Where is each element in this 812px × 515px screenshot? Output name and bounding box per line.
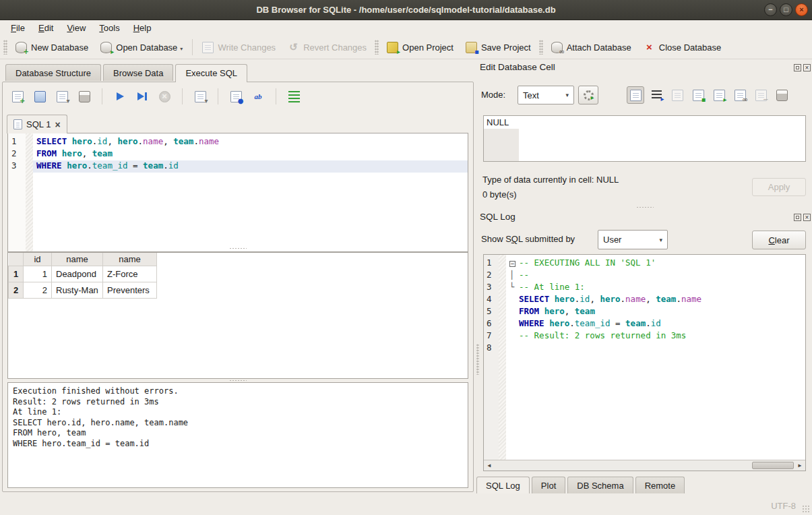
- write-changes-button[interactable]: Write Changes: [196, 39, 282, 56]
- execute-all-button[interactable]: [112, 88, 128, 104]
- scrollbar-track[interactable]: [495, 460, 794, 471]
- execute-current-line-button[interactable]: [134, 88, 150, 104]
- sql-log-line[interactable]: [506, 342, 805, 355]
- sql-log-line[interactable]: FROM hero, team: [506, 306, 805, 318]
- print-button[interactable]: [773, 86, 790, 104]
- sql-log-filter-select[interactable]: User ▾: [598, 230, 668, 249]
- sql-log-line[interactable]: −-- EXECUTING ALL IN 'SQL 1': [506, 258, 805, 270]
- tab-plot[interactable]: Plot: [532, 477, 565, 493]
- word-wrap-button[interactable]: ▸: [648, 86, 665, 104]
- corner-header[interactable]: [9, 253, 24, 266]
- open-sql-file-button[interactable]: [32, 88, 48, 104]
- text-mode-button[interactable]: [627, 86, 644, 104]
- column-header-name-1[interactable]: name: [52, 253, 103, 266]
- toolbar-drag-handle[interactable]: [539, 40, 543, 55]
- apply-button[interactable]: Apply: [752, 178, 806, 196]
- sql-editor[interactable]: 123 SELECT hero.id, hero.name, team.name…: [7, 133, 468, 252]
- close-database-button[interactable]: ×Close Database: [637, 39, 728, 56]
- new-sql-tab-button[interactable]: +: [9, 88, 26, 104]
- execution-message-panel[interactable]: Execution finished without errors.Result…: [7, 382, 468, 488]
- float-panel-icon[interactable]: [794, 64, 801, 71]
- fold-collapse-icon[interactable]: −: [509, 261, 516, 267]
- sql-log-line[interactable]: -- Result: 2 rows returned in 3ms: [506, 330, 805, 342]
- toolbar-drag-handle[interactable]: [3, 40, 7, 55]
- chevron-down-icon[interactable]: ▾: [180, 46, 183, 53]
- close-panel-icon[interactable]: [803, 214, 811, 221]
- close-icon[interactable]: ×: [795, 3, 808, 16]
- column-header-name-2[interactable]: name: [103, 253, 157, 266]
- fold-pipe-icon[interactable]: │: [509, 270, 519, 280]
- stop-execution-button[interactable]: [156, 88, 173, 104]
- cell[interactable]: 1: [24, 266, 52, 282]
- auto-switch-mode-button[interactable]: ▸: [578, 86, 598, 104]
- save-file-button[interactable]: ▪: [689, 86, 707, 104]
- scroll-right-icon[interactable]: ▶: [794, 460, 805, 471]
- clear-button[interactable]: Clear: [752, 231, 806, 249]
- cell[interactable]: Rusty-Man: [52, 282, 103, 299]
- save-project-button[interactable]: ▪Save Project: [460, 39, 537, 56]
- tab-sql-log[interactable]: SQL Log: [476, 477, 530, 493]
- cell-value-editor[interactable]: NULL: [483, 115, 806, 162]
- tab-database-structure[interactable]: Database Structure: [5, 64, 101, 81]
- tab-remote[interactable]: Remote: [635, 477, 685, 493]
- find-button[interactable]: ●: [228, 88, 244, 104]
- sql-document-tab[interactable]: SQL 1 ×: [7, 115, 67, 133]
- splitter-handle[interactable]: [229, 247, 247, 250]
- close-panel-icon[interactable]: [803, 64, 811, 71]
- menu-view[interactable]: View: [60, 22, 92, 34]
- row-header[interactable]: 1: [9, 266, 24, 282]
- toolbar-drag-handle[interactable]: [375, 40, 379, 55]
- save-sql-file-button[interactable]: ▾: [54, 88, 70, 104]
- cell[interactable]: Deadpond: [52, 266, 103, 282]
- sql-log-line[interactable]: SELECT hero.id, hero.name, team.name: [506, 294, 805, 306]
- format-sql-button[interactable]: [286, 88, 302, 104]
- open-database-button[interactable]: ▸Open Database▾: [94, 39, 189, 56]
- tab-browse-data[interactable]: Browse Data: [103, 64, 173, 81]
- main-tab-bar: Database StructureBrowse DataExecute SQL: [5, 64, 249, 82]
- window-titlebar[interactable]: DB Browser for SQLite - /home/user/code/…: [0, 0, 812, 20]
- open-project-button[interactable]: ▸Open Project: [381, 39, 460, 56]
- export-cell-button[interactable]: ▸: [710, 86, 728, 104]
- float-panel-icon[interactable]: [794, 214, 801, 221]
- column-header-id-0[interactable]: id: [24, 253, 52, 266]
- sql-editor-line[interactable]: FROM hero, team: [33, 148, 468, 160]
- scrollbar-thumb[interactable]: [752, 462, 794, 469]
- menu-file[interactable]: File: [4, 22, 32, 34]
- new-database-button[interactable]: +New Database: [9, 39, 94, 56]
- print-button[interactable]: [76, 88, 92, 104]
- link-button[interactable]: ∞: [731, 86, 749, 104]
- revert-changes-button[interactable]: ↺Revert Changes: [282, 39, 373, 56]
- attach-database-button[interactable]: ∞Attach Database: [545, 39, 637, 56]
- sql-editor-line[interactable]: WHERE hero.team_id = team.id: [33, 160, 468, 173]
- maximize-icon[interactable]: □: [780, 3, 792, 16]
- sql-log-line[interactable]: └-- At line 1:: [506, 282, 805, 294]
- mode-select[interactable]: Text ▾: [518, 86, 574, 104]
- cell[interactable]: Z-Force: [103, 266, 157, 282]
- sql-log-line[interactable]: WHERE hero.team_id = team.id: [506, 318, 805, 330]
- cell[interactable]: Preventers: [103, 282, 157, 299]
- minimize-icon[interactable]: −: [764, 3, 777, 16]
- close-sql-tab-icon[interactable]: ×: [55, 120, 60, 129]
- tab-execute-sql[interactable]: Execute SQL: [175, 64, 247, 82]
- set-null-button[interactable]: −: [752, 86, 770, 104]
- sql-log-line[interactable]: │--: [506, 270, 805, 282]
- fold-box-icon[interactable]: −: [509, 258, 519, 268]
- resize-grip[interactable]: [802, 505, 810, 513]
- splitter-handle[interactable]: [636, 206, 654, 209]
- sql-log-view[interactable]: 12345678 −-- EXECUTING ALL IN 'SQL 1'│--…: [483, 254, 806, 471]
- menu-tools[interactable]: Tools: [92, 22, 126, 34]
- splitter-handle[interactable]: [476, 344, 479, 375]
- fold-corner-icon[interactable]: └: [509, 282, 519, 292]
- menu-edit[interactable]: Edit: [32, 22, 60, 34]
- horizontal-scrollbar[interactable]: ◀ ▶: [484, 460, 805, 471]
- cell[interactable]: 2: [24, 282, 52, 299]
- sql-editor-line[interactable]: SELECT hero.id, hero.name, team.name: [33, 136, 468, 148]
- scroll-left-icon[interactable]: ◀: [484, 460, 495, 471]
- menu-help[interactable]: Help: [127, 22, 158, 34]
- encoding-indicator[interactable]: UTF-8: [771, 501, 796, 511]
- tab-db-schema[interactable]: DB Schema: [567, 477, 633, 493]
- find-replace-button[interactable]: ab: [250, 88, 266, 104]
- row-header[interactable]: 2: [9, 282, 24, 299]
- open-file-button[interactable]: [668, 86, 686, 104]
- save-results-button[interactable]: ▾: [192, 88, 208, 104]
